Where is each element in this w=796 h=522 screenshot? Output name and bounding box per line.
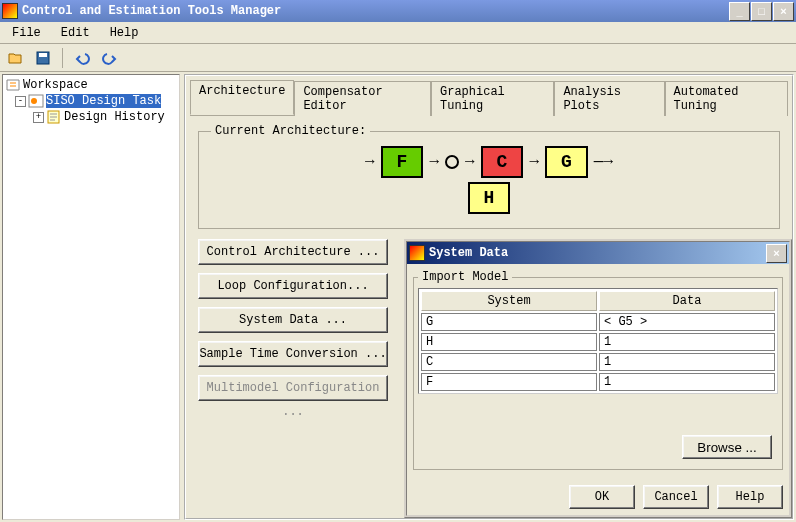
cell-system[interactable]: C: [421, 353, 597, 371]
cell-system[interactable]: H: [421, 333, 597, 351]
import-model-legend: Import Model: [418, 270, 512, 284]
system-data-dialog: System Data × Import Model System Data G…: [404, 239, 792, 518]
tree-root-workspace[interactable]: Workspace: [5, 77, 177, 93]
block-diagram: → F → → C → G —→ H: [365, 146, 613, 214]
summing-junction: [445, 155, 459, 169]
cell-data[interactable]: 1: [599, 333, 775, 351]
dialog-close-button[interactable]: ×: [766, 244, 787, 263]
menu-help[interactable]: Help: [102, 24, 147, 42]
tree-item-history[interactable]: + Design History: [5, 109, 177, 125]
arrow-icon: →: [365, 153, 375, 171]
column-header-data[interactable]: Data: [599, 291, 775, 311]
block-F: F: [381, 146, 424, 178]
block-G: G: [545, 146, 588, 178]
tree-root-label: Workspace: [23, 78, 88, 92]
tab-compensator-editor[interactable]: Compensator Editor: [294, 81, 431, 116]
tree-expand-icon[interactable]: +: [33, 112, 44, 123]
tab-automated-tuning[interactable]: Automated Tuning: [665, 81, 788, 116]
column-header-system[interactable]: System: [421, 291, 597, 311]
save-icon[interactable]: [32, 47, 54, 69]
cancel-button[interactable]: Cancel: [643, 485, 709, 509]
history-icon: [46, 110, 62, 124]
app-icon: [2, 3, 18, 19]
dialog-icon: [409, 245, 425, 261]
ok-button[interactable]: OK: [569, 485, 635, 509]
architecture-buttons-column: Control Architecture ... Loop Configurat…: [198, 239, 388, 409]
close-button[interactable]: ×: [773, 2, 794, 21]
siso-task-icon: [28, 94, 44, 108]
workspace-icon: [5, 78, 21, 92]
redo-icon[interactable]: [99, 47, 121, 69]
block-C: C: [481, 146, 524, 178]
menubar: File Edit Help: [0, 22, 796, 44]
dialog-buttons: OK Cancel Help: [407, 479, 789, 515]
open-icon[interactable]: [4, 47, 26, 69]
tabs: Architecture Compensator Editor Graphica…: [190, 80, 788, 116]
current-architecture-legend: Current Architecture:: [211, 124, 370, 138]
table-row[interactable]: H 1: [421, 333, 775, 351]
cell-data[interactable]: 1: [599, 353, 775, 371]
dialog-title: System Data: [429, 246, 766, 260]
loop-configuration-button[interactable]: Loop Configuration...: [198, 273, 388, 299]
arrow-icon: →: [529, 153, 539, 171]
tree-collapse-icon[interactable]: -: [15, 96, 26, 107]
menu-file[interactable]: File: [4, 24, 49, 42]
menu-edit[interactable]: Edit: [53, 24, 98, 42]
tree-item-history-label: Design History: [64, 110, 165, 124]
multimodel-configuration-button: Multimodel Configuration ...: [198, 375, 388, 401]
cell-data[interactable]: < G5 >: [599, 313, 775, 331]
cell-system[interactable]: F: [421, 373, 597, 391]
maximize-button[interactable]: □: [751, 2, 772, 21]
tab-architecture[interactable]: Architecture: [190, 80, 294, 115]
toolbar: [0, 44, 796, 72]
window-title: Control and Estimation Tools Manager: [22, 4, 729, 18]
current-architecture-fieldset: Current Architecture: → F → → C → G —→: [198, 124, 780, 229]
svg-rect-1: [39, 53, 47, 57]
import-model-fieldset: Import Model System Data G < G5 > H 1 C …: [413, 270, 783, 470]
dialog-titlebar: System Data ×: [407, 242, 789, 264]
help-button[interactable]: Help: [717, 485, 783, 509]
system-data-button[interactable]: System Data ...: [198, 307, 388, 333]
table-row[interactable]: C 1: [421, 353, 775, 371]
window-titlebar: Control and Estimation Tools Manager _ □…: [0, 0, 796, 22]
arrow-icon: →: [465, 153, 475, 171]
cell-data[interactable]: 1: [599, 373, 775, 391]
svg-point-3: [31, 98, 37, 104]
arrow-icon: —→: [594, 153, 613, 171]
browse-button[interactable]: Browse ...: [682, 435, 772, 459]
undo-icon[interactable]: [71, 47, 93, 69]
toolbar-separator: [62, 48, 63, 68]
control-architecture-button[interactable]: Control Architecture ...: [198, 239, 388, 265]
tree-item-siso-task[interactable]: - SISO Design Task: [5, 93, 177, 109]
tree-item-siso-label: SISO Design Task: [46, 94, 161, 108]
table-row[interactable]: G < G5 >: [421, 313, 775, 331]
import-model-table[interactable]: System Data G < G5 > H 1 C 1 F 1: [418, 288, 778, 394]
block-H: H: [468, 182, 511, 214]
sample-time-conversion-button[interactable]: Sample Time Conversion ...: [198, 341, 388, 367]
tab-analysis-plots[interactable]: Analysis Plots: [554, 81, 664, 116]
minimize-button[interactable]: _: [729, 2, 750, 21]
workspace-tree[interactable]: Workspace - SISO Design Task + Design Hi…: [2, 74, 180, 520]
arrow-icon: →: [429, 153, 439, 171]
table-row[interactable]: F 1: [421, 373, 775, 391]
cell-system[interactable]: G: [421, 313, 597, 331]
tab-graphical-tuning[interactable]: Graphical Tuning: [431, 81, 554, 116]
